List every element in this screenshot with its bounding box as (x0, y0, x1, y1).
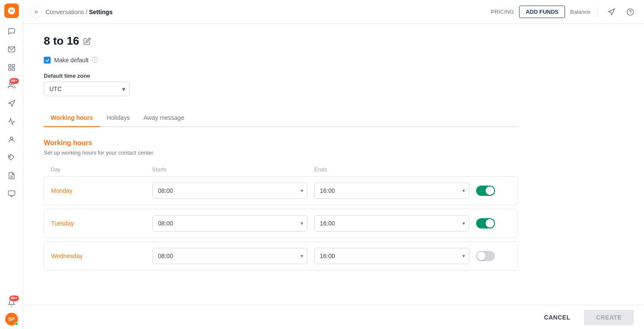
timezone-field: Default time zone UTC UTC+1 UTC+2 UTC-5 … (44, 73, 518, 96)
monday-starts-select[interactable]: 08:0009:0010:00 (152, 183, 307, 199)
add-funds-button[interactable]: ADD FUNDS (519, 6, 565, 18)
sidebar: 99+ 99+ SP (0, 0, 23, 329)
tab-away-message[interactable]: Away message (137, 110, 191, 127)
tuesday-toggle-knob (486, 219, 494, 228)
col-enabled-header (477, 166, 511, 173)
section-title: Working hours (44, 139, 518, 147)
section-desc: Set up working hours for your contact ce… (44, 149, 518, 156)
timezone-select-wrapper: UTC UTC+1 UTC+2 UTC-5 ▾ (44, 82, 130, 96)
make-default-row: Make default ⓘ (44, 56, 518, 64)
tab-working-hours[interactable]: Working hours (44, 110, 100, 127)
hours-table-header: Day Starts Ends (44, 166, 518, 176)
table-row: Wednesday 08:0009:0010:00 ▾ 16:0017:0018… (44, 241, 518, 271)
nav-chevron[interactable] (30, 6, 42, 18)
wednesday-toggle[interactable] (476, 251, 495, 261)
wednesday-ends-wrapper: 16:0017:0018:00 ▾ (314, 248, 469, 264)
tuesday-label: Tuesday (51, 220, 146, 227)
sidebar-item-inbox[interactable] (3, 41, 20, 58)
tuesday-starts-wrapper: 08:0009:0010:00 ▾ (152, 215, 307, 232)
user-avatar[interactable]: SP (5, 313, 18, 326)
tuesday-toggle[interactable] (476, 218, 495, 228)
wednesday-label: Wednesday (51, 253, 146, 259)
monday-toggle-knob (486, 186, 494, 195)
svg-rect-4 (9, 68, 11, 70)
monday-starts-wrapper: 08:0009:0010:00 ▾ (152, 183, 307, 199)
topbar-divider (597, 7, 598, 17)
col-ends-header: Ends (314, 166, 470, 173)
sidebar-item-reports[interactable] (3, 59, 20, 76)
wednesday-ends-select[interactable]: 16:0017:0018:00 (314, 248, 469, 264)
topbar: Conversations / Settings PRICING ADD FUN… (23, 0, 644, 24)
sidebar-item-campaigns[interactable] (3, 95, 20, 112)
sidebar-item-settings[interactable] (3, 186, 20, 202)
page-title-row: 8 to 16 (44, 34, 518, 48)
content-area: 8 to 16 Make default ⓘ Default time zone… (23, 24, 644, 329)
col-day-header: Day (51, 166, 145, 173)
breadcrumb: Conversations / Settings (46, 9, 112, 15)
svg-marker-6 (9, 101, 15, 107)
megaphone-icon[interactable] (605, 5, 618, 19)
wednesday-toggle-knob (477, 252, 486, 260)
sidebar-item-audit[interactable] (3, 168, 20, 184)
svg-rect-2 (12, 64, 14, 67)
sidebar-item-labels[interactable] (3, 149, 20, 166)
table-row: Tuesday 08:0009:0010:00 ▾ 16:0017:0018:0… (44, 209, 518, 238)
sidebar-item-contacts[interactable]: 99+ (3, 77, 20, 94)
timezone-select[interactable]: UTC UTC+1 UTC+2 UTC-5 (44, 82, 130, 96)
svg-point-7 (10, 137, 13, 140)
cancel-button[interactable]: CANCEL (535, 310, 579, 325)
tuesday-ends-select[interactable]: 16:0017:0018:00 (314, 215, 469, 232)
table-row: Monday 08:0009:0010:00 ▾ 16:0017:0018:00… (44, 176, 518, 205)
help-icon[interactable] (623, 5, 637, 19)
tuesday-ends-wrapper: 16:0017:0018:00 ▾ (314, 215, 469, 232)
tabs: Working hours Holidays Away message (44, 110, 518, 127)
app-logo[interactable] (4, 3, 19, 18)
topbar-right: PRICING ADD FUNDS Balance (491, 5, 637, 19)
page-title: 8 to 16 (44, 34, 79, 48)
col-starts-header: Starts (152, 166, 307, 173)
edit-title-button[interactable] (83, 37, 91, 45)
main-wrapper: Conversations / Settings PRICING ADD FUN… (23, 0, 644, 329)
tuesday-starts-select[interactable]: 08:0009:0010:00 (152, 215, 307, 232)
sidebar-item-conversations[interactable] (3, 23, 20, 40)
svg-rect-3 (12, 68, 14, 70)
wednesday-starts-select[interactable]: 08:0009:0010:00 (152, 248, 307, 264)
working-hours-section: Working hours Set up working hours for y… (44, 139, 518, 271)
svg-rect-1 (9, 64, 11, 67)
svg-point-8 (9, 156, 10, 157)
notifications-badge: 99+ (9, 295, 18, 301)
monday-label: Monday (51, 187, 146, 194)
svg-rect-11 (8, 191, 15, 195)
bottom-bar: CANCEL CREATE (23, 305, 644, 329)
contacts-badge: 99+ (9, 78, 18, 84)
timezone-label: Default time zone (44, 73, 518, 79)
sidebar-item-teams[interactable] (3, 131, 20, 148)
pricing-link[interactable]: PRICING (491, 9, 514, 15)
tab-holidays[interactable]: Holidays (100, 110, 137, 127)
make-default-label: Make default (54, 57, 88, 64)
notifications-icon[interactable]: 99+ (3, 295, 20, 311)
create-button[interactable]: CREATE (584, 310, 634, 325)
monday-toggle[interactable] (476, 186, 495, 196)
make-default-info-icon[interactable]: ⓘ (92, 56, 98, 64)
monday-ends-select[interactable]: 16:0017:0018:00 (314, 183, 469, 199)
make-default-checkbox[interactable] (44, 57, 51, 64)
balance-label: Balance (570, 9, 590, 15)
sidebar-item-analytics[interactable] (3, 113, 20, 130)
wednesday-starts-wrapper: 08:0009:0010:00 ▾ (152, 248, 307, 264)
online-indicator (15, 322, 18, 326)
monday-ends-wrapper: 16:0017:0018:00 ▾ (314, 183, 469, 199)
